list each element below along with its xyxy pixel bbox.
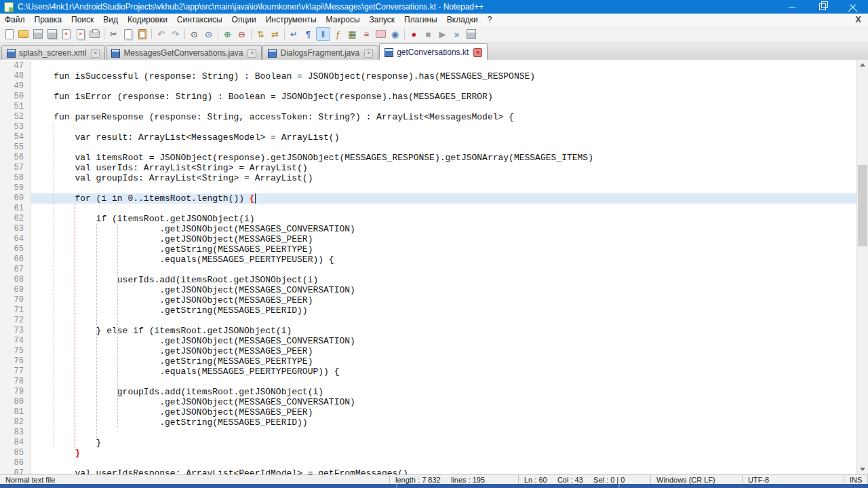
show-indent-guide-icon[interactable]: ‖	[316, 27, 330, 41]
menu-item-macro[interactable]: Макросы	[321, 14, 365, 25]
menu-item-help[interactable]: ?	[483, 14, 497, 25]
tab-messages-get-conversations-java[interactable]: MessagesGetConversations.java×	[106, 45, 262, 60]
zoom-in-icon[interactable]: ⊕	[221, 28, 234, 40]
menu-item-tools[interactable]: Инструменты	[261, 14, 321, 25]
scroll-up-arrow[interactable]	[857, 60, 868, 70]
code-editor[interactable]: 4748 fun isSuccessful (response: String)…	[0, 60, 868, 474]
monitoring-icon[interactable]: ◉	[389, 28, 401, 40]
code-text[interactable]: .getString(MESSAGES_PEERTYPE)	[31, 356, 856, 367]
tab-splash-screen-xml[interactable]: splash_screen.xml×	[1, 45, 105, 60]
code-text[interactable]: .getJSONObject(MESSAGES_PEER)	[31, 295, 856, 305]
folder-as-workspace-icon[interactable]	[374, 28, 387, 40]
menu-item-language[interactable]: Синтаксисы	[172, 14, 227, 25]
restore-button[interactable]	[807, 0, 837, 14]
menu-item-settings[interactable]: Опции	[227, 14, 261, 25]
copy-icon[interactable]	[121, 28, 134, 40]
code-text[interactable]	[31, 102, 856, 112]
close-all-documents-icon[interactable]: ×	[74, 28, 87, 40]
new-file-icon[interactable]	[3, 28, 16, 40]
tab-get-conversations-kt[interactable]: getConversations.kt×	[379, 43, 488, 60]
code-text[interactable]: userIds.add(itemsRoot.getJSONObject(i)	[31, 275, 856, 285]
code-text[interactable]	[31, 122, 856, 132]
tab-close-icon[interactable]: ×	[473, 48, 482, 57]
menu-item-run[interactable]: Запуск	[365, 14, 400, 25]
code-text[interactable]: fun isError (response: String) : Boolean…	[31, 92, 856, 102]
scroll-down-arrow[interactable]	[857, 464, 868, 474]
code-text[interactable]	[31, 143, 856, 153]
code-text[interactable]	[31, 377, 856, 387]
menu-item-edit[interactable]: Правка	[30, 14, 67, 25]
sync-horizontal-scroll-icon[interactable]: ⇄	[269, 28, 281, 40]
code-text[interactable]: .equals(MESSAGES_PEERTYPEUSER)) {	[31, 255, 856, 265]
menu-item-file[interactable]: Файл	[0, 14, 30, 25]
sync-vertical-scroll-icon[interactable]: ⇅	[254, 28, 267, 40]
code-text[interactable]: .getJSONObject(MESSAGES_PEER)	[31, 346, 856, 356]
save-all-icon[interactable]	[45, 28, 58, 40]
document-list-icon[interactable]: ≡	[360, 28, 373, 40]
code-text[interactable]: } else if (itemsRoot.getJSONObject(i)	[31, 326, 856, 336]
code-text[interactable]: .getJSONObject(MESSAGES_PEER)	[31, 407, 856, 417]
cut-icon[interactable]: ✂	[107, 28, 120, 40]
replace-icon[interactable]: ⊙	[202, 28, 215, 40]
tab-close-icon[interactable]: ×	[248, 49, 256, 58]
code-text[interactable]: .getJSONObject(MESSAGES_CONVERSATION)	[31, 336, 856, 346]
save-macro-icon[interactable]	[465, 28, 477, 40]
document-map-icon[interactable]: ▦	[346, 28, 359, 40]
code-text[interactable]: .getString(MESSAGES_PEERID))	[31, 417, 856, 428]
vertical-scrollbar[interactable]	[856, 60, 868, 474]
code-text[interactable]	[31, 204, 856, 214]
code-text[interactable]: val userIdsResponse: ArrayList<PeerIdMod…	[31, 468, 856, 474]
minimize-button[interactable]	[776, 0, 807, 14]
tab-dialogs-fragment-java[interactable]: DialogsFragment.java×	[262, 45, 378, 60]
code-text[interactable]	[31, 458, 856, 468]
close-document-icon[interactable]: ×	[60, 28, 73, 40]
close-document-icon[interactable]: X	[855, 16, 861, 24]
code-text[interactable]: .getJSONObject(MESSAGES_CONVERSATION)	[31, 397, 856, 407]
code-text[interactable]	[31, 81, 856, 92]
code-text[interactable]: }	[31, 448, 856, 458]
code-text[interactable]: val groupIds: ArrayList<String> = ArrayL…	[31, 173, 856, 183]
record-macro-icon[interactable]: ●	[408, 28, 420, 40]
code-text[interactable]: .getJSONObject(MESSAGES_CONVERSATION)	[31, 224, 856, 234]
open-file-icon[interactable]	[17, 28, 30, 40]
print-icon[interactable]	[88, 28, 101, 40]
code-text[interactable]: val itemsRoot = JSONObject(response).get…	[31, 153, 856, 163]
find-icon[interactable]: ⊙	[188, 28, 201, 40]
code-text[interactable]: fun parseResponse (response: String, acc…	[31, 112, 856, 122]
code-text[interactable]	[31, 316, 856, 326]
menu-item-search[interactable]: Поиск	[66, 14, 98, 25]
code-text[interactable]: .getJSONObject(MESSAGES_PEER)	[31, 234, 856, 244]
stop-macro-icon[interactable]: ■	[422, 28, 435, 40]
code-text[interactable]: val userIds: ArrayList<String> = ArrayLi…	[31, 163, 856, 173]
menu-item-plugins[interactable]: Плагины	[399, 14, 442, 25]
tab-close-icon[interactable]: ×	[364, 49, 373, 58]
zoom-out-icon[interactable]: ⊖	[235, 28, 248, 40]
code-text[interactable]: if (itemsRoot.getJSONObject(i)	[31, 214, 856, 224]
run-macro-multiple-times-icon[interactable]: »	[450, 28, 463, 40]
menu-item-encoding[interactable]: Кодировки	[123, 14, 172, 25]
function-list-icon[interactable]: ƒ	[332, 28, 344, 40]
menu-item-window[interactable]: Вкладки	[442, 14, 483, 25]
undo-icon[interactable]: ↶	[155, 28, 167, 40]
code-text[interactable]: .getJSONObject(MESSAGES_CONVERSATION)	[31, 285, 856, 295]
code-text[interactable]	[31, 183, 856, 193]
code-text[interactable]	[31, 428, 856, 438]
tab-close-icon[interactable]: ×	[91, 49, 100, 58]
menu-item-view[interactable]: Вид	[98, 14, 123, 25]
redo-icon[interactable]: ↷	[169, 28, 182, 40]
code-text[interactable]: for (i in 0..itemsRoot.length()) {	[31, 193, 856, 204]
code-text[interactable]: fun isSuccessful (response: String) : Bo…	[31, 71, 856, 81]
word-wrap-icon[interactable]: ↵	[288, 28, 300, 40]
code-text[interactable]: }	[31, 438, 856, 448]
save-icon[interactable]	[31, 28, 44, 40]
scrollbar-thumb[interactable]	[858, 165, 867, 246]
play-macro-icon[interactable]: ▶	[436, 28, 449, 40]
close-button[interactable]	[837, 0, 868, 14]
code-text[interactable]: groupIds.add(itemsRoot.getJSONObject(i)	[31, 387, 856, 397]
code-text[interactable]: .getString(MESSAGES_PEERID))	[31, 305, 856, 316]
code-text[interactable]: .equals(MESSAGES_PEERTYPEGROUP)) {	[31, 367, 856, 377]
paste-icon[interactable]	[136, 28, 149, 40]
show-all-characters-icon[interactable]: ¶	[302, 28, 315, 40]
taskbar-strip[interactable]	[0, 484, 868, 488]
code-text[interactable]	[31, 265, 856, 275]
